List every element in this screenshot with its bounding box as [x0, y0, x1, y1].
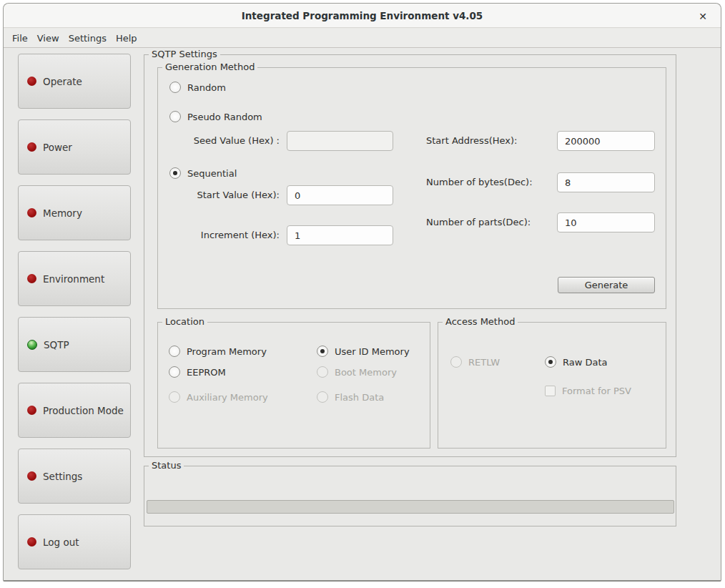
- generation-method-group-title: Generation Method: [162, 62, 257, 72]
- seed-value-label: Seed Value (Hex) :: [179, 131, 280, 151]
- sidebar-label: Power: [43, 142, 72, 153]
- start-value-label: Start Value (Hex):: [179, 185, 280, 205]
- status-group: Status: [144, 466, 676, 526]
- start-address-label: Start Address(Hex):: [426, 131, 517, 151]
- app-window: Integrated Programming Environment v4.05…: [3, 3, 721, 582]
- radio-eeprom[interactable]: EEPROM: [169, 366, 226, 378]
- sidebar-button-memory[interactable]: Memory: [18, 185, 131, 240]
- start-address-input[interactable]: [557, 131, 655, 151]
- checkbox-label: Format for PSV: [562, 386, 631, 396]
- radio-label: Auxiliary Memory: [187, 392, 268, 403]
- close-icon[interactable]: ✕: [695, 9, 711, 24]
- radio-label: Random: [187, 82, 226, 93]
- checkbox-format-for-psv: Format for PSV: [545, 386, 631, 396]
- seed-value-input[interactable]: [287, 131, 393, 151]
- sidebar-label: SQTP: [44, 339, 69, 351]
- sidebar-label: Log out: [43, 536, 79, 548]
- radio-icon: [169, 346, 180, 357]
- menu-file[interactable]: File: [12, 30, 34, 46]
- sidebar-button-environment[interactable]: Environment: [18, 251, 131, 306]
- radio-label: Pseudo Random: [187, 112, 262, 122]
- menu-view[interactable]: View: [37, 30, 66, 46]
- sidebar-label: Production Mode: [43, 405, 124, 416]
- location-group: Location Program Memory User ID Memory E…: [157, 322, 430, 449]
- access-method-group: Access Method RETLW Raw Data Format for …: [438, 322, 666, 449]
- radio-retlw: RETLW: [450, 356, 500, 368]
- radio-pseudo-random[interactable]: Pseudo Random: [169, 111, 262, 122]
- sidebar-label: Settings: [43, 471, 82, 482]
- radio-auxiliary-memory: Auxiliary Memory: [169, 391, 268, 403]
- radio-icon-checked: [545, 356, 556, 368]
- radio-icon-checked: [317, 346, 328, 357]
- sidebar-button-sqtp[interactable]: SQTP: [18, 317, 131, 372]
- sidebar-label: Environment: [43, 273, 104, 285]
- red-status-icon: [27, 142, 36, 152]
- menu-help[interactable]: Help: [116, 30, 144, 46]
- generate-button[interactable]: Generate: [558, 277, 655, 293]
- sqtp-settings-group-title: SQTP Settings: [149, 49, 220, 59]
- num-parts-input[interactable]: [557, 212, 655, 232]
- access-method-group-title: Access Method: [443, 316, 518, 327]
- radio-label: Raw Data: [563, 357, 608, 368]
- radio-label: User ID Memory: [335, 346, 410, 357]
- checkbox-icon: [545, 386, 556, 396]
- radio-icon-disabled: [317, 366, 328, 378]
- sqtp-settings-group: SQTP Settings Generation Method Random P…: [144, 54, 676, 457]
- radio-icon: [169, 111, 181, 122]
- radio-icon-disabled: [450, 356, 462, 368]
- radio-user-id-memory[interactable]: User ID Memory: [317, 346, 410, 357]
- progress-bar: [147, 500, 674, 514]
- screen: Integrated Programming Environment v4.05…: [0, 0, 725, 588]
- red-status-icon: [27, 406, 36, 415]
- radio-program-memory[interactable]: Program Memory: [169, 346, 267, 357]
- radio-icon: [169, 366, 180, 378]
- radio-label: EEPROM: [187, 367, 226, 378]
- sidebar-button-settings[interactable]: Settings: [18, 449, 131, 504]
- num-bytes-label: Number of bytes(Dec):: [426, 172, 533, 192]
- start-value-input[interactable]: [287, 185, 393, 205]
- window-title: Integrated Programming Environment v4.05: [242, 10, 483, 21]
- radio-boot-memory: Boot Memory: [317, 366, 397, 378]
- radio-label: Program Memory: [187, 346, 267, 357]
- sidebar-label: Memory: [43, 207, 82, 219]
- red-status-icon: [27, 537, 36, 547]
- radio-label: Flash Data: [335, 392, 384, 403]
- titlebar: Integrated Programming Environment v4.05…: [4, 4, 721, 28]
- red-status-icon: [27, 208, 36, 217]
- location-group-title: Location: [162, 316, 207, 327]
- radio-random[interactable]: Random: [169, 82, 226, 93]
- green-status-icon: [27, 340, 37, 350]
- radio-icon-disabled: [317, 391, 328, 403]
- sidebar-button-power[interactable]: Power: [18, 119, 131, 175]
- status-group-title: Status: [149, 460, 184, 471]
- radio-label: RETLW: [468, 357, 500, 368]
- sidebar-button-operate[interactable]: Operate: [18, 54, 131, 109]
- radio-flash-data: Flash Data: [317, 391, 384, 403]
- red-status-icon: [27, 274, 36, 283]
- radio-label: Sequential: [187, 168, 237, 179]
- sidebar-label: Operate: [43, 76, 82, 87]
- radio-raw-data[interactable]: Raw Data: [545, 356, 608, 368]
- menubar: File View Settings Help: [4, 29, 721, 48]
- num-parts-label: Number of parts(Dec):: [426, 212, 531, 232]
- increment-input[interactable]: [287, 225, 393, 245]
- increment-label: Increment (Hex):: [179, 225, 280, 245]
- radio-icon: [169, 82, 181, 93]
- radio-label: Boot Memory: [335, 367, 397, 378]
- radio-sequential[interactable]: Sequential: [169, 167, 237, 179]
- generation-method-group: Generation Method Random Pseudo Random S…: [157, 67, 666, 309]
- menu-settings[interactable]: Settings: [69, 30, 113, 46]
- sidebar-button-log-out[interactable]: Log out: [18, 514, 131, 569]
- radio-icon-checked: [169, 167, 181, 179]
- radio-icon-disabled: [169, 391, 180, 403]
- sidebar-button-production-mode[interactable]: Production Mode: [18, 383, 131, 438]
- red-status-icon: [27, 471, 36, 481]
- num-bytes-input[interactable]: [557, 172, 655, 192]
- red-status-icon: [27, 77, 36, 86]
